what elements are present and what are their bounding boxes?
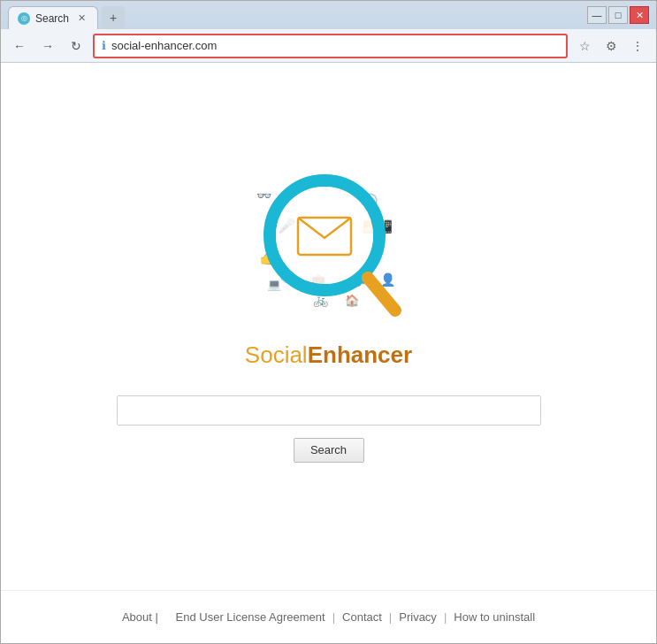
svg-text:👓: 👓 (256, 188, 272, 203)
logo-graphic: 👓 🎤 👍 🕐 📱 📄 💻 🚲 🏠 (214, 138, 444, 350)
footer: About | End User License Agreement | Con… (1, 590, 656, 643)
footer-about[interactable]: About | (118, 610, 162, 624)
security-info-icon: ℹ (102, 39, 106, 52)
footer-privacy[interactable]: Privacy (395, 610, 440, 624)
browser-tab[interactable]: ◎ Search ✕ (8, 6, 98, 29)
footer-eula[interactable]: End User License Agreement (172, 610, 329, 624)
tab-favicon: ◎ (18, 12, 30, 25)
svg-text:🏠: 🏠 (345, 293, 360, 308)
logo-container: 👓 🎤 👍 🕐 📱 📄 💻 🚲 🏠 (214, 138, 444, 369)
search-input[interactable] (117, 395, 541, 426)
refresh-button[interactable]: ↻ (65, 34, 88, 58)
tab-close-button[interactable]: ✕ (74, 12, 88, 26)
back-button[interactable]: ← (8, 34, 31, 58)
window-controls: — □ ✕ (587, 6, 649, 24)
bookmark-button[interactable]: ☆ (573, 34, 596, 58)
browser-window: ◎ Search ✕ + — □ ✕ ← → ↻ ℹ ☆ ⚙ ⋮ (0, 0, 657, 644)
logo-svg: 👓 🎤 👍 🕐 📱 📄 💻 🚲 🏠 (232, 147, 426, 341)
footer-sep-1: | (329, 610, 339, 624)
search-area: Search (1, 395, 656, 463)
extensions-button[interactable]: ⚙ (600, 34, 623, 58)
svg-text:👤: 👤 (380, 272, 396, 288)
footer-contact[interactable]: Contact (339, 610, 386, 624)
footer-sep-3: | (440, 610, 450, 624)
title-bar: ◎ Search ✕ + — □ ✕ (1, 1, 656, 29)
footer-uninstall[interactable]: How to uninstall (450, 610, 539, 624)
search-button[interactable]: Search (294, 438, 364, 463)
tab-label: Search (35, 12, 69, 25)
close-button[interactable]: ✕ (630, 6, 649, 24)
svg-point-19 (362, 272, 374, 284)
maximize-button[interactable]: □ (608, 6, 628, 24)
address-bar[interactable]: ℹ (93, 34, 568, 58)
forward-button[interactable]: → (36, 34, 59, 58)
footer-sep-2: | (386, 610, 395, 624)
toolbar: ← → ↻ ℹ ☆ ⚙ ⋮ (1, 29, 656, 63)
chrome-menu-button[interactable]: ⋮ (626, 34, 649, 58)
minimize-button[interactable]: — (587, 6, 607, 24)
page-content: 👓 🎤 👍 🕐 📱 📄 💻 🚲 🏠 (1, 63, 656, 590)
toolbar-right: ☆ ⚙ ⋮ (573, 34, 649, 58)
url-input[interactable] (111, 39, 559, 52)
new-tab-button[interactable]: + (102, 6, 125, 29)
svg-point-16 (276, 187, 373, 284)
